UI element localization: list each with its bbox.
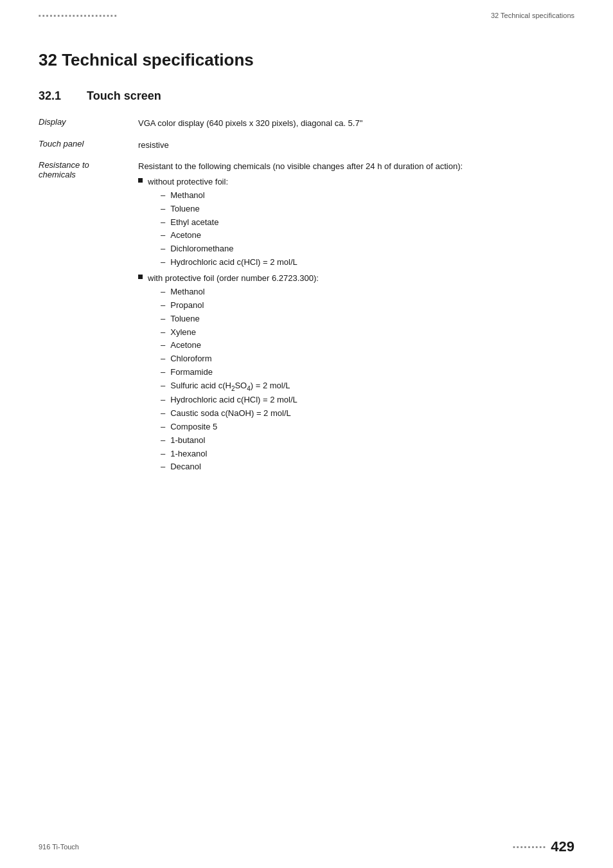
list-item: –Hydrochloric acid c(HCl) = 2 mol/L xyxy=(161,256,574,269)
bullet-icon xyxy=(138,178,143,183)
footer: 916 Ti-Touch ▪▪▪▪▪▪▪▪▪ 429 xyxy=(0,838,613,855)
spec-label-display: Display xyxy=(39,117,138,139)
list-item: –Propanol xyxy=(161,299,574,312)
header-dots: ▪▪▪▪▪▪▪▪▪▪▪▪▪▪▪▪▪▪▪▪▪ xyxy=(39,12,118,19)
spec-value-touchpanel: resistive xyxy=(138,139,574,161)
spec-row-resistance: Resistance to chemicals Resistant to the… xyxy=(39,160,574,485)
list-item: –Methanol xyxy=(161,189,574,203)
resistance-bullet-list: without protective foil: –Methanol –Tolu… xyxy=(138,176,574,476)
list-item: –Toluene xyxy=(161,203,574,216)
section-title: Touch screen xyxy=(87,89,161,103)
list-item: –Acetone xyxy=(161,229,574,242)
spec-label-resistance: Resistance to chemicals xyxy=(39,160,138,485)
spec-label-touchpanel: Touch panel xyxy=(39,139,138,161)
spec-row-touchpanel: Touch panel resistive xyxy=(39,139,574,161)
list-item: –Decanol xyxy=(161,460,574,474)
list-item: –Methanol xyxy=(161,285,574,299)
footer-product: 916 Ti-Touch xyxy=(39,843,79,851)
footer-page-number: 429 xyxy=(551,838,574,855)
section-heading: 32.1 Touch screen xyxy=(39,89,574,103)
list-item: –1-hexanol xyxy=(161,448,574,461)
spec-value-display: VGA color display (640 pixels x 320 pixe… xyxy=(138,117,574,139)
chapter-title: 32 Technical specifications xyxy=(39,50,574,70)
spec-value-resistance: Resistant to the following chemicals (no… xyxy=(138,160,574,485)
list-item: –Composite 5 xyxy=(161,420,574,434)
list-item: –Toluene xyxy=(161,312,574,326)
list-item: with protective foil (order number 6.272… xyxy=(138,272,574,475)
group2-sub-list: –Methanol –Propanol –Toluene –Xylene –Ac… xyxy=(161,285,574,474)
list-item: –Acetone xyxy=(161,339,574,352)
list-item: without protective foil: –Methanol –Tolu… xyxy=(138,176,574,271)
group2-title: with protective foil (order number 6.272… xyxy=(148,272,574,475)
list-item: –Dichloromethane xyxy=(161,242,574,256)
group1-sub-list: –Methanol –Toluene –Ethyl acetate –Aceto… xyxy=(161,189,574,269)
resistance-intro: Resistant to the following chemicals (no… xyxy=(138,161,463,171)
list-item: –Ethyl acetate xyxy=(161,216,574,230)
list-item: –Sulfuric acid c(H2SO4) = 2 mol/L xyxy=(161,379,574,394)
footer-dots: ▪▪▪▪▪▪▪▪▪ xyxy=(513,843,547,851)
group1-title: without protective foil: –Methanol –Tolu… xyxy=(148,176,574,271)
list-item: –Xylene xyxy=(161,326,574,339)
list-item: –Formamide xyxy=(161,366,574,379)
footer-page-area: ▪▪▪▪▪▪▪▪▪ 429 xyxy=(513,838,574,855)
spec-row-display: Display VGA color display (640 pixels x … xyxy=(39,117,574,139)
section-number: 32.1 xyxy=(39,89,74,103)
list-item: –Chloroform xyxy=(161,352,574,366)
list-item: –Caustic soda c(NaOH) = 2 mol/L xyxy=(161,407,574,420)
list-item: –Hydrochloric acid c(HCl) = 2 mol/L xyxy=(161,393,574,407)
header-breadcrumb: 32 Technical specifications xyxy=(491,12,574,19)
specs-table: Display VGA color display (640 pixels x … xyxy=(39,117,574,485)
list-item: –1-butanol xyxy=(161,434,574,448)
bullet-icon xyxy=(138,275,143,279)
